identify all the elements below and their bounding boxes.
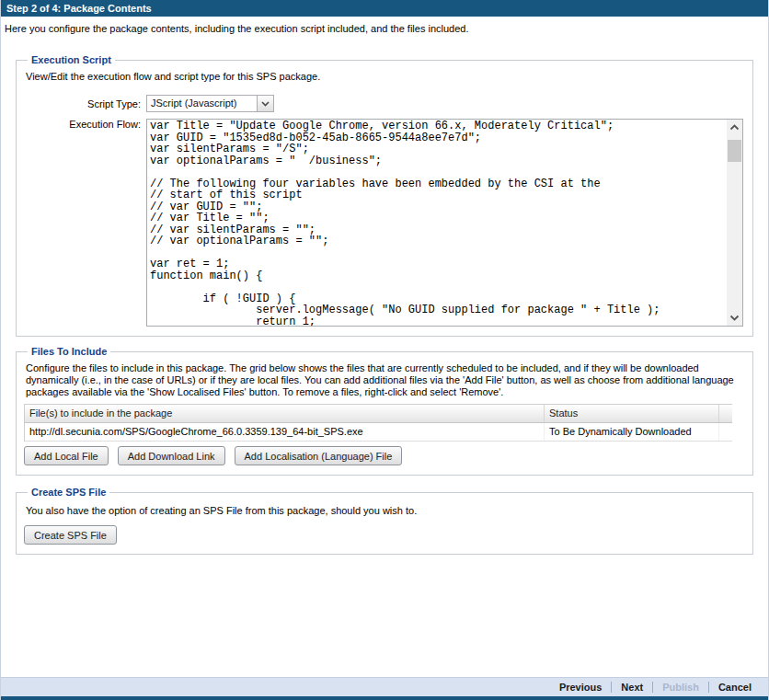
file-url-cell[interactable]: http://dl.secunia.com/SPS/GoogleChrome_6… (25, 423, 545, 441)
editor-scrollbar[interactable] (727, 120, 742, 326)
scroll-down-icon[interactable] (727, 310, 742, 326)
column-header-status[interactable]: Status (545, 405, 719, 422)
wizard-page: Step 2 of 4: Package Contents Here you c… (0, 0, 769, 700)
next-button[interactable]: Next (612, 682, 652, 693)
table-row[interactable]: http://dl.secunia.com/SPS/GoogleChrome_6… (25, 423, 732, 442)
execution-script-legend: Execution Script (28, 54, 115, 65)
wizard-footer: Previous Next Publish Cancel (1, 677, 768, 696)
create-sps-description: You also have the option of creating an … (26, 505, 745, 517)
files-to-include-legend: Files To Include (28, 346, 110, 357)
files-to-include-description: Configure the files to include in this p… (26, 362, 745, 398)
script-type-value[interactable]: JScript (Javascript) (146, 95, 258, 112)
cancel-button[interactable]: Cancel (709, 682, 761, 693)
wizard-step-title: Step 2 of 4: Package Contents (1, 0, 768, 17)
files-grid: File(s) to include in the package Status… (24, 404, 732, 442)
chevron-down-icon[interactable] (258, 95, 274, 112)
files-to-include-section: Files To Include Configure the files to … (16, 346, 753, 476)
content-spacer (1, 555, 768, 677)
publish-button[interactable]: Publish (653, 682, 708, 693)
create-sps-section: Create SPS File You also have the option… (16, 487, 753, 555)
file-status-cell: To Be Dynamically Downloaded (545, 423, 719, 441)
scrollbar-thumb[interactable] (728, 140, 741, 162)
execution-script-description: View/Edit the execution flow and script … (26, 71, 745, 83)
wizard-subtitle: Here you configure the package contents,… (1, 17, 768, 34)
create-sps-file-button[interactable]: Create SPS File (24, 525, 117, 545)
execution-flow-editor[interactable]: var Title = "Update Google Chrome, versi… (146, 119, 743, 327)
column-header-file[interactable]: File(s) to include in the package (25, 405, 545, 422)
column-header-filler (719, 405, 733, 422)
files-grid-header: File(s) to include in the package Status (25, 405, 732, 423)
add-localisation-file-button[interactable]: Add Localisation (Language) File (235, 446, 403, 465)
add-download-link-button[interactable]: Add Download Link (118, 446, 225, 465)
add-local-file-button[interactable]: Add Local File (24, 446, 109, 465)
execution-script-section: Execution Script View/Edit the execution… (16, 54, 753, 337)
bottom-accent-strip (1, 696, 768, 700)
create-sps-legend: Create SPS File (28, 487, 109, 498)
previous-button[interactable]: Previous (550, 682, 611, 693)
script-type-label: Script Type: (24, 98, 146, 109)
execution-flow-code[interactable]: var Title = "Update Google Chrome, versi… (147, 120, 727, 326)
scroll-up-icon[interactable] (727, 120, 742, 135)
execution-flow-label: Execution Flow: (24, 119, 146, 130)
script-type-select[interactable]: JScript (Javascript) (146, 95, 274, 112)
